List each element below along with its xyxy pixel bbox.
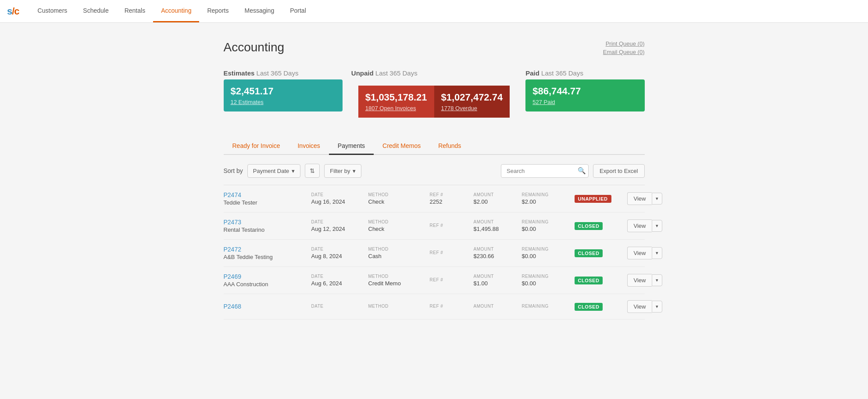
payment-id-link[interactable]: P2474	[224, 191, 241, 198]
search-input[interactable]	[501, 164, 589, 178]
payment-remaining-col: REMAINING $0.00	[522, 247, 575, 259]
nav-item-customers[interactable]: Customers	[30, 0, 75, 22]
method-label: METHOD	[368, 192, 430, 197]
filter-by-label: Filter by	[330, 168, 350, 174]
amount-label: AMOUNT	[474, 247, 522, 252]
payment-id-name: P2474 Teddie Tester	[224, 191, 311, 206]
payment-ref-col: REF #	[430, 304, 474, 310]
page-title: Accounting	[224, 40, 285, 54]
view-button[interactable]: View	[627, 274, 652, 287]
filter-by-button[interactable]: Filter by ▾	[324, 164, 361, 178]
payment-amount-col: AMOUNT	[474, 304, 522, 310]
search-button[interactable]: 🔍	[578, 167, 586, 175]
payment-id-link[interactable]: P2472	[224, 246, 241, 253]
method-label: METHOD	[368, 304, 430, 309]
payment-remaining-col: REMAINING	[522, 304, 575, 310]
remaining-label: REMAINING	[522, 274, 575, 279]
payment-date-col: DATE Aug 8, 2024	[311, 247, 368, 259]
nav-item-rentals[interactable]: Rentals	[117, 0, 153, 22]
payment-row: P2474 Teddie Tester DATE Aug 16, 2024 ME…	[224, 185, 645, 212]
payment-id-link[interactable]: P2468	[224, 303, 241, 310]
customer-name: Rental Testarino	[224, 226, 311, 233]
nav-item-messaging[interactable]: Messaging	[236, 0, 282, 22]
estimates-link[interactable]: 12 Estimates	[231, 99, 336, 105]
payment-ref-col: REF #	[430, 223, 474, 229]
view-dropdown-button[interactable]: ▾	[652, 274, 662, 286]
nav-item-portal[interactable]: Portal	[282, 0, 314, 22]
customer-name: A&B Teddie Testing	[224, 254, 311, 260]
payment-id-name: P2472 A&B Teddie Testing	[224, 246, 311, 260]
status-badge: CLOSED	[575, 303, 603, 311]
ref-label: REF #	[430, 192, 474, 197]
view-dropdown-button[interactable]: ▾	[652, 301, 662, 313]
status-badge: CLOSED	[575, 277, 603, 284]
remaining-label: REMAINING	[522, 247, 575, 252]
nav-item-schedule[interactable]: Schedule	[75, 0, 116, 22]
unpaid-card: Unpaid Last 365 Days $1,035,178.21 1807 …	[351, 69, 517, 124]
payment-ref-col: REF # 2252	[430, 192, 474, 205]
view-dropdown-button[interactable]: ▾	[652, 220, 662, 232]
method-value: Check	[368, 198, 430, 205]
view-button[interactable]: View	[627, 219, 652, 232]
payment-status-col: CLOSED	[575, 277, 627, 284]
top-navigation: s/c Customers Schedule Rentals Accountin…	[0, 0, 868, 23]
nav-item-accounting[interactable]: Accounting	[153, 0, 199, 22]
payment-remaining-col: REMAINING $2.00	[522, 192, 575, 205]
payment-date-col: DATE Aug 16, 2024	[311, 192, 368, 205]
main-content: Accounting Print Queue (0) Email Queue (…	[215, 23, 654, 337]
date-label: DATE	[311, 304, 368, 309]
tab-ready-for-invoice[interactable]: Ready for Invoice	[224, 138, 289, 155]
view-button[interactable]: View	[627, 247, 652, 259]
payment-remaining-col: REMAINING $0.00	[522, 219, 575, 232]
overdue-invoices-half: $1,027,472.74 1778 Overdue	[434, 86, 510, 118]
paid-link[interactable]: 527 Paid	[532, 99, 637, 105]
remaining-label: REMAINING	[522, 219, 575, 224]
date-label: DATE	[311, 219, 368, 224]
view-button[interactable]: View	[627, 192, 652, 205]
payment-date-col: DATE Aug 12, 2024	[311, 219, 368, 232]
estimates-label: Estimates Last 365 Days	[224, 69, 343, 77]
view-button[interactable]: View	[627, 300, 652, 313]
open-invoices-link[interactable]: 1807 Open Invoices	[365, 105, 427, 111]
payment-row: P2468 DATE METHOD REF # AMOUNT REMAINING…	[224, 294, 645, 320]
tab-credit-memos[interactable]: Credit Memos	[374, 138, 429, 155]
tab-invoices[interactable]: Invoices	[289, 138, 329, 155]
nav-item-reports[interactable]: Reports	[199, 0, 236, 22]
accounting-tabs: Ready for Invoice Invoices Payments Cred…	[224, 138, 645, 155]
payment-actions-col: View ▾	[627, 192, 663, 205]
payment-id-name: P2473 Rental Testarino	[224, 219, 311, 233]
payment-remaining-col: REMAINING $0.00	[522, 274, 575, 287]
amount-label: AMOUNT	[474, 274, 522, 279]
controls-right: 🔍 Export to Excel	[501, 164, 644, 178]
overdue-invoices-link[interactable]: 1778 Overdue	[441, 105, 503, 111]
ref-label: REF #	[430, 223, 474, 228]
sort-direction-button[interactable]: ⇅	[305, 164, 320, 178]
payment-id-link[interactable]: P2473	[224, 219, 241, 226]
export-to-excel-button[interactable]: Export to Excel	[593, 164, 644, 178]
sort-label: Sort by	[224, 167, 243, 174]
print-queue-link[interactable]: Print Queue (0)	[606, 40, 645, 47]
payment-id-link[interactable]: P2469	[224, 273, 241, 280]
payment-actions-col: View ▾	[627, 247, 663, 259]
filter-dropdown-icon: ▾	[353, 168, 356, 174]
nav-items: Customers Schedule Rentals Accounting Re…	[30, 0, 314, 22]
ref-label: REF #	[430, 277, 474, 282]
tab-refunds[interactable]: Refunds	[429, 138, 470, 155]
amount-label: AMOUNT	[474, 219, 522, 224]
view-dropdown-button[interactable]: ▾	[652, 247, 662, 259]
view-dropdown-button[interactable]: ▾	[652, 193, 662, 205]
email-queue-link[interactable]: Email Queue (0)	[603, 49, 645, 55]
tab-payments[interactable]: Payments	[329, 138, 374, 155]
payment-actions-col: View ▾	[627, 300, 663, 313]
date-label: DATE	[311, 192, 368, 197]
open-invoices-amount: $1,035,178.21	[365, 92, 427, 103]
ref-label: REF #	[430, 304, 474, 309]
logo[interactable]: s/c	[7, 6, 19, 17]
payment-status-col: UNAPPLIED	[575, 195, 627, 203]
payment-amount-col: AMOUNT $1,495.88	[474, 219, 522, 232]
payment-ref-col: REF #	[430, 277, 474, 284]
page-actions: Print Queue (0) Email Queue (0)	[603, 40, 645, 55]
open-invoices-half: $1,035,178.21 1807 Open Invoices	[358, 86, 434, 118]
sort-by-button[interactable]: Payment Date ▾	[247, 164, 300, 178]
method-label: METHOD	[368, 219, 430, 224]
